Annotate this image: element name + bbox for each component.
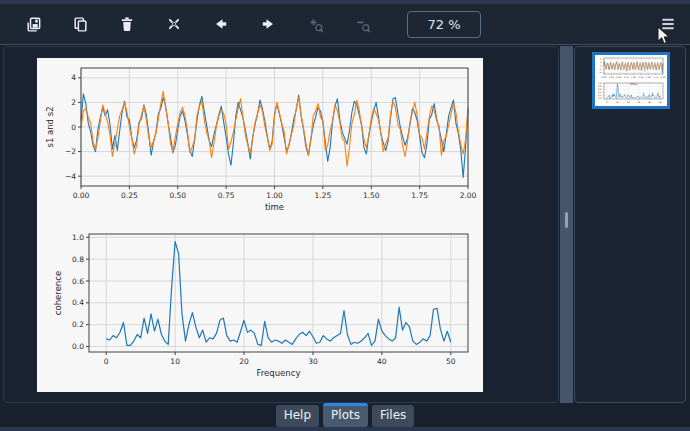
svg-text:0.75: 0.75 [624,76,629,79]
svg-text:−4: −4 [65,172,76,181]
save-plot-button[interactable] [19,10,47,38]
svg-text:0.4: 0.4 [72,298,84,307]
options-menu-icon [659,15,677,33]
plugin-tab-bar: Help Plots Files [0,404,690,427]
svg-text:0: 0 [104,357,109,366]
svg-text:0.8: 0.8 [72,255,84,264]
remove-plot-icon [119,16,135,32]
svg-text:time: time [265,202,284,212]
svg-text:2.00: 2.00 [661,76,666,79]
svg-text:0.25: 0.25 [609,76,614,79]
svg-text:s1 and s2: s1 and s2 [45,106,55,147]
svg-text:20: 20 [239,357,249,366]
options-menu-button[interactable] [654,10,682,38]
splitter-handle-icon [565,212,568,228]
svg-text:0.6: 0.6 [598,88,602,91]
previous-plot-icon [213,16,229,32]
svg-text:0.0: 0.0 [598,97,602,100]
svg-text:1.50: 1.50 [646,76,651,79]
svg-text:1.0: 1.0 [598,82,602,85]
svg-text:10: 10 [170,357,180,366]
tab-help[interactable]: Help [276,405,319,427]
svg-text:1.25: 1.25 [638,76,643,79]
zoom-out-icon [354,16,371,33]
svg-text:1.00: 1.00 [631,76,636,79]
remove-plot-button[interactable] [113,10,141,38]
zoom-level-display[interactable]: 72 % [407,11,481,38]
svg-text:−2: −2 [65,147,76,156]
svg-text:2.00: 2.00 [460,191,477,200]
plot-thumbnail-image: 0.000.250.500.751.001.251.501.752.00−4−2… [595,55,667,106]
svg-text:time: time [630,82,637,86]
plot-thumbnail-selected[interactable]: 0.000.250.500.751.001.251.501.752.00−4−2… [592,52,670,109]
svg-text:0.00: 0.00 [73,191,90,200]
svg-text:0.50: 0.50 [616,76,621,79]
svg-text:0.0: 0.0 [72,342,84,351]
svg-text:1.75: 1.75 [411,191,428,200]
svg-text:0.50: 0.50 [169,191,186,200]
thumbnails-pane: 0.000.250.500.751.001.251.501.752.00−4−2… [574,46,686,403]
pane-splitter[interactable] [560,46,573,403]
next-plot-icon [260,16,276,32]
remove-all-plots-icon [166,16,182,32]
zoom-out-button[interactable] [348,10,376,38]
svg-text:40: 40 [377,357,387,366]
tab-plots[interactable]: Plots [323,403,368,427]
svg-text:1.75: 1.75 [653,76,658,79]
svg-text:0.6: 0.6 [72,277,84,286]
svg-text:0.00: 0.00 [602,76,607,79]
svg-text:0.2: 0.2 [598,94,602,97]
svg-text:4: 4 [71,73,76,82]
window-root: { "toolbar": { "zoom_level": "72 %", "ic… [0,0,690,431]
svg-text:0.25: 0.25 [121,191,138,200]
copy-image-icon [72,16,89,33]
previous-plot-button[interactable] [207,10,235,38]
tab-files[interactable]: Files [372,405,414,427]
zoom-in-icon [307,16,324,33]
svg-text:0: 0 [71,123,76,132]
svg-text:0.2: 0.2 [72,320,84,329]
svg-text:1.25: 1.25 [315,191,332,200]
svg-text:2: 2 [71,98,76,107]
remove-all-plots-button[interactable] [160,10,188,38]
svg-text:30: 30 [308,357,318,366]
svg-text:coherence: coherence [53,271,63,315]
next-plot-button[interactable] [254,10,282,38]
svg-text:1.0: 1.0 [72,233,84,242]
svg-text:0.8: 0.8 [598,85,602,88]
plot-display-pane: 0.000.250.500.751.001.251.501.752.00−4−2… [3,46,559,403]
figure-canvas: 0.000.250.500.751.001.251.501.752.00−4−2… [37,58,483,392]
svg-text:1.50: 1.50 [363,191,380,200]
svg-text:Frequency: Frequency [257,368,301,378]
svg-text:0.75: 0.75 [218,191,235,200]
coherence-figure: 0.000.250.500.751.001.251.501.752.00−4−2… [37,58,483,392]
svg-text:50: 50 [446,357,456,366]
save-plot-icon [25,16,42,33]
svg-text:1.00: 1.00 [266,191,283,200]
copy-image-button[interactable] [66,10,94,38]
zoom-in-button[interactable] [301,10,329,38]
svg-text:0.4: 0.4 [598,91,602,94]
bottom-accent-strip [0,427,690,431]
plots-toolbar: 72 % [0,4,690,45]
